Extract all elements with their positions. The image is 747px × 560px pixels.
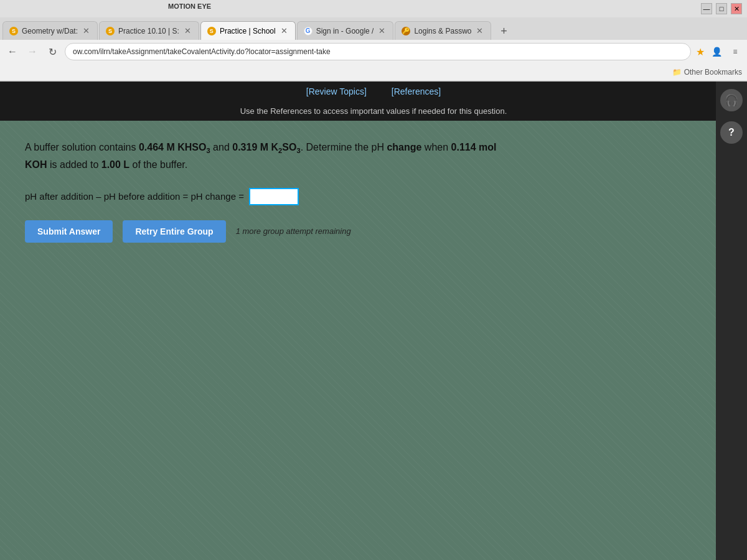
- review-topics-link[interactable]: [Review Topics]: [306, 86, 367, 96]
- formula-label: pH after addition – pH before addition =…: [25, 191, 244, 202]
- help-icon[interactable]: ?: [720, 121, 743, 144]
- tab-icon-5: 🔑: [402, 27, 410, 35]
- toolbar-icons: 👤 ≡: [710, 45, 742, 58]
- address-text: ow.com/ilrn/takeAssignment/takeCovalentA…: [73, 47, 331, 56]
- folder-icon: 📁: [672, 68, 682, 77]
- tab-icon-4: G: [304, 27, 312, 35]
- minimize-button[interactable]: —: [701, 3, 712, 14]
- close-button[interactable]: ✕: [731, 3, 742, 14]
- title-bar: MOTION EYE — □ ✕: [0, 0, 747, 17]
- bookmarks-bar: 📁 Other Bookmarks: [0, 63, 747, 81]
- tab-close-5[interactable]: ✕: [475, 26, 484, 35]
- side-panel: 🎧 ?: [716, 82, 747, 560]
- menu-icon[interactable]: ≡: [728, 45, 742, 58]
- tab-close-4[interactable]: ✕: [377, 26, 387, 35]
- address-bar[interactable]: ow.com/ilrn/takeAssignment/takeCovalentA…: [65, 43, 691, 60]
- other-bookmarks-link[interactable]: 📁 Other Bookmarks: [672, 68, 742, 77]
- retry-entire-group-button[interactable]: Retry Entire Group: [123, 220, 225, 243]
- tab-google-signin[interactable]: G Sign in - Google / ✕: [297, 21, 394, 40]
- forward-button[interactable]: →: [25, 44, 40, 59]
- page-content: [Review Topics] [References] Use the Ref…: [0, 82, 747, 560]
- other-bookmarks-label: Other Bookmarks: [684, 68, 742, 77]
- address-bar-row: ← → ↻ ow.com/ilrn/takeAssignment/takeCov…: [0, 40, 747, 63]
- profile-icon[interactable]: 👤: [710, 45, 723, 58]
- ph-change-input[interactable]: [249, 188, 299, 205]
- tab-icon-3: S: [207, 27, 216, 35]
- q-text1: A buffer solution contains 0.464 M KHSO3…: [25, 142, 496, 170]
- tab-practice-school[interactable]: S Practice | School ✕: [200, 21, 296, 40]
- reference-note: Use the References to access important v…: [0, 101, 747, 121]
- tab-icon-2: S: [106, 27, 115, 35]
- tab-close-1[interactable]: ✕: [82, 26, 91, 35]
- question-area: A buffer solution contains 0.464 M KHSO3…: [0, 121, 747, 255]
- tab-icon-1: S: [9, 27, 18, 35]
- references-link[interactable]: [References]: [392, 86, 441, 96]
- submit-answer-button[interactable]: Submit Answer: [25, 220, 113, 243]
- tab-close-3[interactable]: ✕: [280, 26, 289, 35]
- tab-practice-1010[interactable]: S Practice 10.10 | S: ✕: [99, 21, 199, 40]
- tab-geometry[interactable]: S Geometry w/Dat: ✕: [2, 21, 98, 40]
- motion-eye-label: MOTION EYE: [168, 2, 211, 10]
- content-header: [Review Topics] [References]: [0, 82, 747, 101]
- bookmark-star-icon[interactable]: ★: [696, 46, 705, 58]
- reload-button[interactable]: ↻: [45, 44, 60, 59]
- back-button[interactable]: ←: [5, 44, 20, 59]
- question-text: A buffer solution contains 0.464 M KHSO3…: [25, 139, 722, 173]
- tab-logins[interactable]: 🔑 Logins & Passwo ✕: [395, 21, 491, 40]
- new-tab-button[interactable]: +: [495, 22, 512, 40]
- answer-row: pH after addition – pH before addition =…: [25, 188, 722, 205]
- tabs-row: S Geometry w/Dat: ✕ S Practice 10.10 | S…: [0, 17, 747, 40]
- attempt-remaining-text: 1 more group attempt remaining: [236, 226, 351, 236]
- maximize-button[interactable]: □: [716, 3, 727, 14]
- tab-close-2[interactable]: ✕: [183, 26, 192, 35]
- buttons-row: Submit Answer Retry Entire Group 1 more …: [25, 220, 722, 243]
- browser-chrome: MOTION EYE — □ ✕ S Geometry w/Dat: ✕ S P…: [0, 0, 747, 82]
- headphones-icon[interactable]: 🎧: [720, 89, 743, 111]
